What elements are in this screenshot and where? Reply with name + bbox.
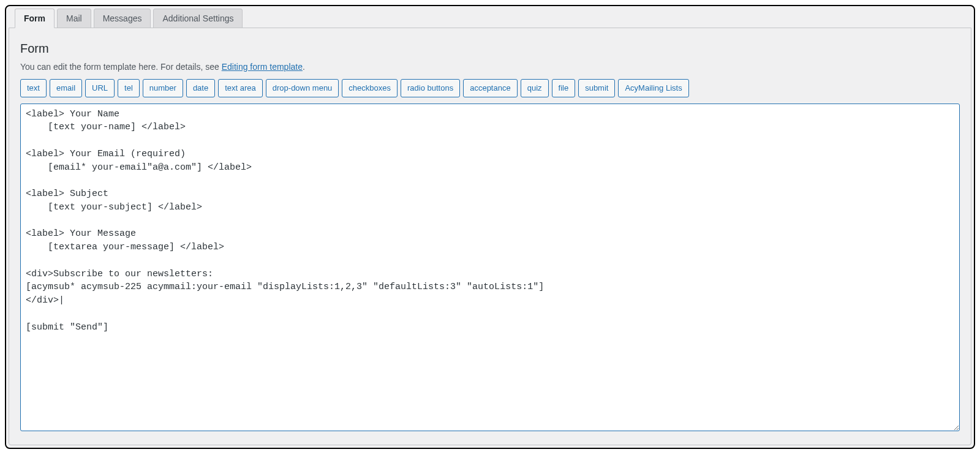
tag-acymailing-button[interactable]: AcyMailing Lists	[618, 79, 688, 97]
tab-bar: Form Mail Messages Additional Settings	[15, 9, 971, 28]
tag-generator-row: text email URL tel number date text area…	[20, 79, 960, 97]
tag-submit-button[interactable]: submit	[578, 79, 615, 97]
form-template-textarea[interactable]	[20, 104, 960, 431]
description-suffix: .	[303, 62, 305, 72]
form-panel: Form You can edit the form template here…	[9, 28, 971, 445]
tab-form[interactable]: Form	[15, 9, 55, 28]
tab-messages[interactable]: Messages	[94, 9, 151, 28]
tag-checkboxes-button[interactable]: checkboxes	[342, 79, 398, 97]
panel-title: Form	[20, 42, 960, 56]
tag-email-button[interactable]: email	[50, 79, 82, 97]
tag-tel-button[interactable]: tel	[118, 79, 140, 97]
tag-file-button[interactable]: file	[552, 79, 576, 97]
tag-quiz-button[interactable]: quiz	[521, 79, 549, 97]
description-prefix: You can edit the form template here. For…	[20, 62, 222, 72]
panel-description: You can edit the form template here. For…	[20, 62, 960, 72]
editing-form-template-link[interactable]: Editing form template	[222, 62, 303, 72]
tag-number-button[interactable]: number	[143, 79, 183, 97]
tab-additional-settings[interactable]: Additional Settings	[153, 9, 243, 28]
tag-radio-button[interactable]: radio buttons	[401, 79, 460, 97]
tag-acceptance-button[interactable]: acceptance	[463, 79, 518, 97]
tag-url-button[interactable]: URL	[85, 79, 115, 97]
tag-dropdown-button[interactable]: drop-down menu	[266, 79, 339, 97]
window-frame: Form Mail Messages Additional Settings F…	[5, 5, 975, 449]
tab-mail[interactable]: Mail	[57, 9, 91, 28]
tag-text-button[interactable]: text	[20, 79, 47, 97]
tag-textarea-button[interactable]: text area	[218, 79, 263, 97]
tag-date-button[interactable]: date	[186, 79, 215, 97]
